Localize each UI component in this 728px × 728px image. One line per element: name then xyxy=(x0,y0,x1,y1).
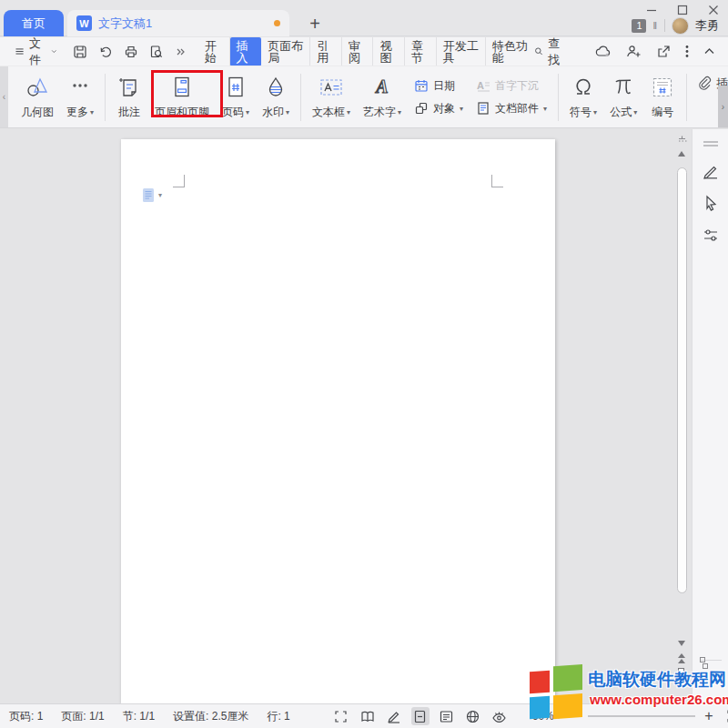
new-tab-button[interactable]: + xyxy=(304,13,326,35)
tab-page-layout[interactable]: 页面布局 xyxy=(261,37,310,66)
user-name[interactable]: 李勇 xyxy=(695,17,719,34)
more-options-icon[interactable] xyxy=(685,45,689,58)
panel-handle-icon[interactable] xyxy=(703,139,719,148)
zoom-out-button[interactable]: − xyxy=(568,708,581,724)
tab-review[interactable]: 审阅 xyxy=(342,37,374,66)
collapse-ribbon-icon[interactable] xyxy=(703,47,715,56)
header-footer-button[interactable]: 页眉和页脚 xyxy=(148,70,216,125)
find-button[interactable]: 查找 xyxy=(534,35,564,68)
search-icon xyxy=(534,45,543,58)
share-icon[interactable] xyxy=(656,45,671,58)
message-count-badge[interactable]: 1 xyxy=(632,19,646,33)
page-number-button[interactable]: 页码▾ xyxy=(216,70,256,125)
document-tab[interactable]: W 文字文稿1 xyxy=(67,10,289,36)
comment-label: 批注 xyxy=(118,105,140,120)
ellipsis-icon xyxy=(67,75,93,100)
ribbon-scroll-right[interactable]: › xyxy=(718,86,728,127)
menubar: 文件 xyxy=(0,37,728,66)
save-button[interactable] xyxy=(73,45,87,59)
zoom-slider[interactable] xyxy=(588,715,695,717)
undo-button[interactable] xyxy=(98,45,113,59)
numbering-icon xyxy=(650,75,675,100)
cursor-select-icon[interactable] xyxy=(703,195,719,211)
cloud-sync-icon[interactable] xyxy=(595,45,612,58)
zoom-in-button[interactable]: + xyxy=(703,708,715,724)
status-line-number[interactable]: 行: 1 xyxy=(258,709,298,724)
adjust-sliders-icon[interactable] xyxy=(703,228,719,244)
find-label: 查找 xyxy=(548,35,564,68)
wordart-button[interactable]: A 艺术字▾ xyxy=(357,70,408,125)
fullscreen-button[interactable] xyxy=(332,707,350,725)
chevron-down-icon xyxy=(51,47,57,56)
ruler-toggle-icon[interactable] xyxy=(677,135,687,145)
tab-references[interactable]: 引用 xyxy=(310,37,342,66)
file-menu[interactable]: 文件 xyxy=(15,35,57,68)
page-number-icon xyxy=(223,75,248,100)
scrollbar-thumb[interactable] xyxy=(677,167,687,593)
window-controls xyxy=(642,2,723,18)
document-page[interactable]: ▾ xyxy=(121,139,555,703)
writer-doc-icon: W xyxy=(76,15,92,31)
scroll-down-arrow[interactable] xyxy=(678,641,685,646)
symbol-button[interactable]: 符号▾ xyxy=(563,70,603,125)
outline-view-button[interactable] xyxy=(438,707,456,725)
chevron-down-icon: ▾ xyxy=(158,191,162,199)
minimize-button[interactable] xyxy=(642,2,661,18)
vertical-scrollbar[interactable] xyxy=(674,131,690,701)
unsaved-dot-icon xyxy=(274,20,280,26)
print-button[interactable] xyxy=(124,45,138,59)
eye-protection-button[interactable] xyxy=(490,707,509,725)
tab-developer[interactable]: 开发工具 xyxy=(437,37,486,66)
status-section[interactable]: 节: 1/1 xyxy=(114,709,164,724)
zoom-level-dropdown[interactable]: 60% ▾ xyxy=(532,710,561,723)
status-page-count[interactable]: 页面: 1/1 xyxy=(52,709,113,724)
document-tab-label: 文字文稿1 xyxy=(98,15,268,32)
watermark-button[interactable]: 水印▾ xyxy=(256,70,296,125)
page-setup-widget[interactable]: ▾ xyxy=(142,187,162,203)
paperclip-icon xyxy=(697,76,713,92)
object-icon xyxy=(414,101,429,116)
formula-button[interactable]: 公式▾ xyxy=(603,70,643,125)
tab-insert[interactable]: 插入 xyxy=(230,37,262,66)
maximize-button[interactable] xyxy=(673,2,692,18)
divider xyxy=(558,74,559,121)
formula-pi-icon xyxy=(611,75,636,100)
more-commands-icon[interactable] xyxy=(175,46,186,57)
pen-tool-icon[interactable] xyxy=(703,163,719,179)
status-margin-setting[interactable]: 设置值: 2.5厘米 xyxy=(164,709,258,724)
date-button[interactable]: 日期 xyxy=(414,78,463,94)
print-preview-button[interactable] xyxy=(149,45,164,59)
tab-start[interactable]: 开始 xyxy=(198,37,230,66)
tab-view[interactable]: 视图 xyxy=(373,37,405,66)
wordart-label: 艺术字▾ xyxy=(363,105,401,120)
object-button[interactable]: 对象 ▾ xyxy=(414,101,463,116)
dropcap-button: A 首字下沉 xyxy=(476,78,547,94)
titlebar: 首页 W 文字文稿1 + 1 ‖ 李勇 xyxy=(0,0,728,36)
user-avatar[interactable] xyxy=(672,17,689,35)
invite-user-icon[interactable] xyxy=(626,45,642,58)
geometry-label: 几何图 xyxy=(21,105,54,120)
ribbon-scroll-left[interactable]: ‹ xyxy=(0,66,8,127)
close-button[interactable] xyxy=(704,2,723,18)
geometry-icon xyxy=(25,75,50,100)
browse-object-button[interactable] xyxy=(678,668,684,674)
watermark-icon xyxy=(263,75,288,100)
tab-section[interactable]: 章节 xyxy=(405,37,437,66)
web-view-button[interactable] xyxy=(464,707,482,725)
geometry-button[interactable]: 几何图 xyxy=(15,70,60,125)
numbering-button[interactable]: 编号 xyxy=(643,70,682,125)
tab-special-features[interactable]: 特色功能 xyxy=(486,37,534,66)
status-page-number[interactable]: 页码: 1 xyxy=(0,709,52,724)
doc-parts-icon xyxy=(476,101,490,116)
textbox-button[interactable]: 文本框▾ xyxy=(306,70,357,125)
wordart-icon: A xyxy=(369,75,395,100)
more-shapes-button[interactable]: 更多▾ xyxy=(60,70,100,125)
scroll-up-arrow[interactable] xyxy=(678,151,685,157)
comment-button[interactable]: 批注 xyxy=(110,70,148,125)
previous-page-button[interactable] xyxy=(678,653,685,663)
doc-parts-button[interactable]: 文档部件 ▾ xyxy=(476,101,547,116)
home-tab-button[interactable]: 首页 xyxy=(4,10,64,36)
write-mode-button[interactable] xyxy=(385,707,403,725)
page-view-button[interactable] xyxy=(411,707,430,725)
read-mode-button[interactable] xyxy=(359,707,377,725)
